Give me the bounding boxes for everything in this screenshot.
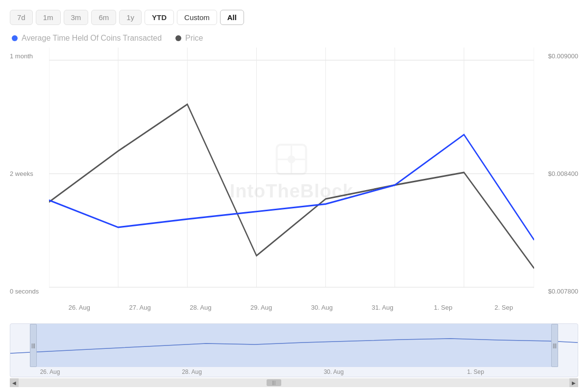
- btn-1m[interactable]: 1m: [36, 10, 61, 25]
- nav-x-label-3: 1. Sep: [467, 368, 484, 375]
- x-label-4: 30. Aug: [292, 304, 352, 311]
- x-label-6: 1. Sep: [413, 304, 474, 311]
- chart-main: 1 month 2 weeks 0 seconds $0.009000 $0.0…: [10, 48, 578, 319]
- btn-custom[interactable]: Custom: [177, 10, 217, 25]
- x-label-3: 29. Aug: [231, 304, 292, 311]
- btn-6m[interactable]: 6m: [91, 10, 116, 25]
- btn-3m[interactable]: 3m: [64, 10, 89, 25]
- navigator-handle-left[interactable]: |||: [30, 324, 37, 367]
- legend-label-blue: Average Time Held Of Coins Transacted: [22, 34, 162, 43]
- x-label-7: 2. Sep: [473, 304, 534, 311]
- x-label-1: 27. Aug: [110, 304, 171, 311]
- y-label-top: 1 month: [10, 52, 49, 60]
- time-range-bar: 7d 1m 3m 6m 1y YTD Custom All: [10, 10, 578, 25]
- y-label-right-bot: $0.007800: [534, 288, 578, 295]
- legend-label-dark: Price: [185, 34, 203, 43]
- chart-svg-container: IntoTheBlock: [49, 48, 534, 300]
- scrollbar-arrow-left[interactable]: ◀: [10, 378, 19, 387]
- scrollbar-thumb-area[interactable]: |||: [19, 378, 569, 387]
- y-axis-right: $0.009000 $0.008400 $0.007800: [534, 48, 578, 300]
- scrollbar-arrow-right[interactable]: ▶: [569, 378, 578, 387]
- legend-dot-dark: [175, 35, 181, 41]
- y-label-bot: 0 seconds: [10, 288, 49, 295]
- navigator-x-labels: 26. Aug 28. Aug 30. Aug 1. Sep: [10, 367, 578, 377]
- btn-1y[interactable]: 1y: [119, 10, 142, 25]
- chart-wrapper: 1 month 2 weeks 0 seconds $0.009000 $0.0…: [10, 48, 578, 387]
- legend-item-dark: Price: [175, 34, 203, 43]
- legend-item-blue: Average Time Held Of Coins Transacted: [12, 34, 162, 43]
- x-label-5: 31. Aug: [352, 304, 413, 311]
- y-axis-left: 1 month 2 weeks 0 seconds: [10, 48, 49, 300]
- main-container: 7d 1m 3m 6m 1y YTD Custom All Average Ti…: [0, 0, 588, 392]
- navigator[interactable]: ||| ||| 26. Aug 28. Aug 30. Aug 1. Sep: [10, 323, 578, 377]
- legend-dot-blue: [12, 35, 18, 41]
- btn-all[interactable]: All: [220, 10, 244, 25]
- btn-ytd[interactable]: YTD: [145, 10, 174, 25]
- x-label-2: 28. Aug: [171, 304, 231, 311]
- scrollbar-thumb[interactable]: |||: [267, 379, 281, 386]
- nav-x-label-0: 26. Aug: [40, 368, 60, 375]
- y-label-mid: 2 weeks: [10, 170, 49, 177]
- y-label-right-mid: $0.008400: [534, 170, 578, 177]
- x-axis: 26. Aug 27. Aug 28. Aug 29. Aug 30. Aug …: [49, 301, 534, 319]
- nav-x-label-1: 28. Aug: [182, 368, 202, 375]
- main-chart-svg: [49, 48, 534, 300]
- navigator-handle-right[interactable]: |||: [551, 324, 558, 367]
- navigator-chart: [10, 324, 578, 361]
- x-label-0: 26. Aug: [49, 304, 110, 311]
- nav-x-label-2: 30. Aug: [324, 368, 344, 375]
- y-label-right-top: $0.009000: [534, 52, 578, 60]
- btn-7d[interactable]: 7d: [10, 10, 33, 25]
- scrollbar-track: ◀ ||| ▶: [10, 378, 578, 387]
- chart-legend: Average Time Held Of Coins Transacted Pr…: [10, 34, 578, 43]
